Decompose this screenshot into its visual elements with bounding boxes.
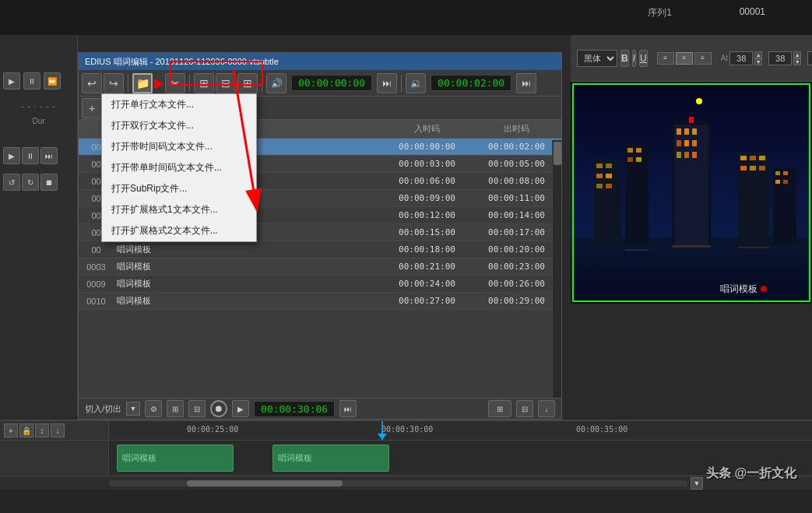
svg-rect-31 <box>750 166 756 170</box>
transport-btn3[interactable]: ⊟ <box>188 400 206 417</box>
clip-block-1[interactable]: 唱词模板 <box>117 444 234 472</box>
tl-btn4[interactable]: ↓ <box>51 423 65 437</box>
transport-right1[interactable]: ⊞ <box>488 400 511 417</box>
cell-num-9: 0010 <box>79 297 114 306</box>
svg-rect-19 <box>596 184 603 188</box>
transport-down[interactable]: ↓ <box>538 400 555 417</box>
dropdown-item-5[interactable]: 打开扩展格式1文本文件... <box>102 199 256 220</box>
svg-rect-28 <box>750 156 756 160</box>
svg-rect-9 <box>692 140 697 146</box>
skip-btn1[interactable]: ⏭ <box>377 73 397 93</box>
svg-rect-6 <box>692 128 697 135</box>
h-scrollbar[interactable]: ▼ <box>0 476 812 490</box>
svg-rect-20 <box>606 184 612 188</box>
align-right-btn[interactable]: ≡ <box>694 52 712 65</box>
table-row[interactable]: 0003 唱词模板 00:00:21:00 00:00:23:00 <box>79 258 561 276</box>
svg-rect-34 <box>775 171 780 175</box>
pause-btn2[interactable]: ⏸ <box>22 147 39 164</box>
watermark: 头条 @一折文化 <box>706 466 796 482</box>
dropdown-item-4[interactable]: 打开SubRip文件... <box>102 178 256 199</box>
svg-rect-23 <box>636 148 642 153</box>
add-btn[interactable]: + <box>82 98 102 118</box>
cell-in-5: 00:00:15:00 <box>382 227 472 237</box>
size2-down[interactable]: ▼ <box>793 58 801 65</box>
cell-in-7: 00:00:21:00 <box>382 262 472 272</box>
svg-rect-5 <box>684 128 689 135</box>
font-select[interactable]: 黑体 <box>577 50 617 67</box>
svg-rect-18 <box>606 174 612 178</box>
timecode1-display: 00:00:00:00 <box>291 75 372 91</box>
dropdown-item-6[interactable]: 打开扩展格式2文本文件... <box>102 220 256 241</box>
transport-dropdown[interactable]: ▼ <box>126 402 140 416</box>
dropdown-item-1[interactable]: 打开双行文本文件... <box>102 115 256 136</box>
cell-name-6: 唱词模板 <box>114 244 382 255</box>
fwd-btn[interactable]: ↻ <box>22 174 39 191</box>
font-size-input[interactable] <box>729 51 753 65</box>
svg-rect-10 <box>677 152 681 158</box>
skip-btn2[interactable]: ⏭ <box>516 73 536 93</box>
size-up[interactable]: ▲ <box>754 51 762 58</box>
tl-add-btn[interactable]: + <box>4 423 18 437</box>
audio-btn2[interactable]: 🔉 <box>406 73 426 93</box>
table-row[interactable]: 00 唱词模板 00:00:18:00 00:00:20:00 <box>79 241 561 258</box>
cell-out-5: 00:00:17:00 <box>472 227 561 237</box>
transport-btn2[interactable]: ⊞ <box>167 400 184 417</box>
cut-btn[interactable]: ✂ <box>165 73 185 93</box>
scrollbar-thumb[interactable] <box>554 142 561 165</box>
transport-play[interactable]: ▶ <box>232 400 249 417</box>
redo-btn[interactable]: ↪ <box>104 73 124 93</box>
cell-in-2: 00:00:06:00 <box>382 176 472 186</box>
bold-btn[interactable]: B <box>620 50 629 67</box>
ff-btn[interactable]: ⏩ <box>44 72 61 90</box>
cell-name-7: 唱词模板 <box>114 261 382 272</box>
table-row[interactable]: 0009 唱词模板 00:00:24:00 00:00:26:00 <box>79 276 561 293</box>
underline-btn[interactable]: U <box>639 50 648 67</box>
cell-in-1: 00:00:03:00 <box>382 159 472 169</box>
size2-up[interactable]: ▲ <box>793 51 801 58</box>
scrollbar[interactable] <box>552 140 561 399</box>
transport-timecode: 00:00:30:06 <box>254 401 335 417</box>
open-file-btn[interactable]: 📁 <box>132 73 153 93</box>
play-btn[interactable]: ▶ <box>3 72 20 90</box>
pause-btn[interactable]: ⏸ <box>23 72 40 90</box>
svg-rect-40 <box>738 247 769 248</box>
dropdown-item-2[interactable]: 打开带时间码文本文件... <box>102 136 256 157</box>
transport-circle[interactable]: ⏺ <box>210 400 227 417</box>
transport-end-btn[interactable]: ⏭ <box>339 400 357 417</box>
cell-out-8: 00:00:26:00 <box>472 279 561 289</box>
cell-name-8: 唱词模板 <box>114 278 382 290</box>
rew-btn[interactable]: ↺ <box>3 174 20 191</box>
cell-out-7: 00:00:23:00 <box>472 262 561 272</box>
italic-btn[interactable]: I <box>632 50 636 67</box>
clip-block-2[interactable]: 唱词模板 <box>272 444 389 472</box>
audio-btn[interactable]: 🔊 <box>266 73 286 93</box>
tl-btn3[interactable]: ↕ <box>35 423 49 437</box>
transport-right2[interactable]: ⊟ <box>516 400 533 417</box>
undo-btn[interactable]: ↩ <box>82 73 102 93</box>
cell-num-8: 0009 <box>79 279 114 289</box>
col-out-header: 出时码 <box>472 123 561 135</box>
svg-rect-29 <box>759 156 765 160</box>
dropdown-item-3[interactable]: 打开带单时间码文本文件... <box>102 157 256 178</box>
svg-rect-12 <box>692 152 697 158</box>
size-down[interactable]: ▼ <box>754 58 762 65</box>
h-scroll-thumb[interactable] <box>187 480 343 487</box>
align-left-btn[interactable]: ≡ <box>657 52 674 65</box>
dropdown-item-0[interactable]: 打开单行文本文件... <box>102 94 256 115</box>
transport-btn1[interactable]: ⚙ <box>145 400 162 417</box>
stop-btn[interactable]: ⏹ <box>40 174 58 191</box>
svg-rect-17 <box>596 174 603 178</box>
h-scroll-right[interactable]: ▼ <box>691 477 703 490</box>
view-btn1[interactable]: ⊞ <box>194 73 214 93</box>
seq-label: 序列1 <box>648 6 672 19</box>
align-center-btn[interactable]: ≡ <box>676 52 693 65</box>
table-row[interactable]: 0010 唱词模板 00:00:27:00 00:00:29:00 <box>79 293 561 310</box>
offset-input[interactable] <box>807 51 812 65</box>
cell-in-4: 00:00:12:00 <box>382 210 472 220</box>
tl-lock-btn[interactable]: 🔒 <box>19 423 33 437</box>
ff-btn2[interactable]: ⏭ <box>40 147 58 164</box>
font-size-input2[interactable] <box>768 51 792 65</box>
view-btn2[interactable]: ⊟ <box>216 73 236 93</box>
view-btn3[interactable]: ⊞ <box>237 73 258 93</box>
play-btn2[interactable]: ▶ <box>3 147 20 164</box>
